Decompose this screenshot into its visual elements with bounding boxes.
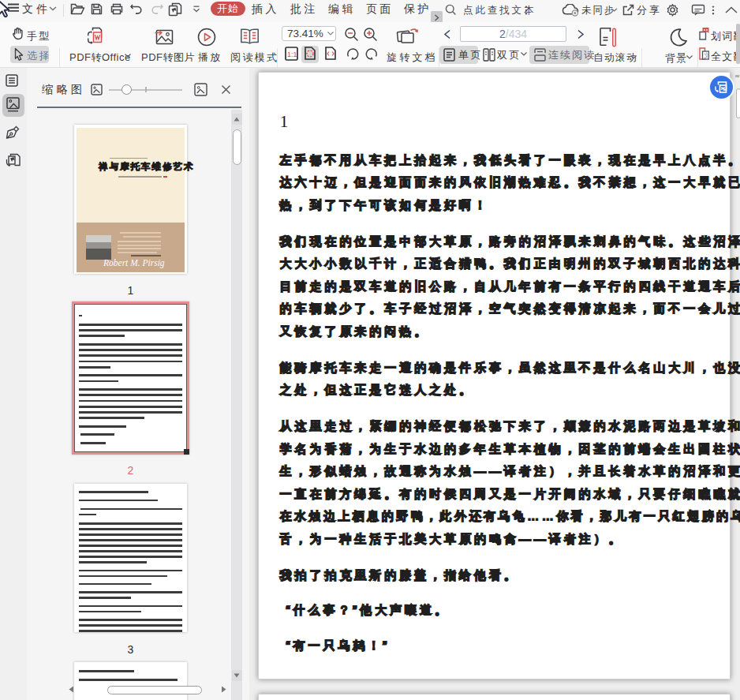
svg-text:文: 文 bbox=[704, 52, 709, 59]
svg-text:1:1: 1:1 bbox=[287, 51, 297, 58]
